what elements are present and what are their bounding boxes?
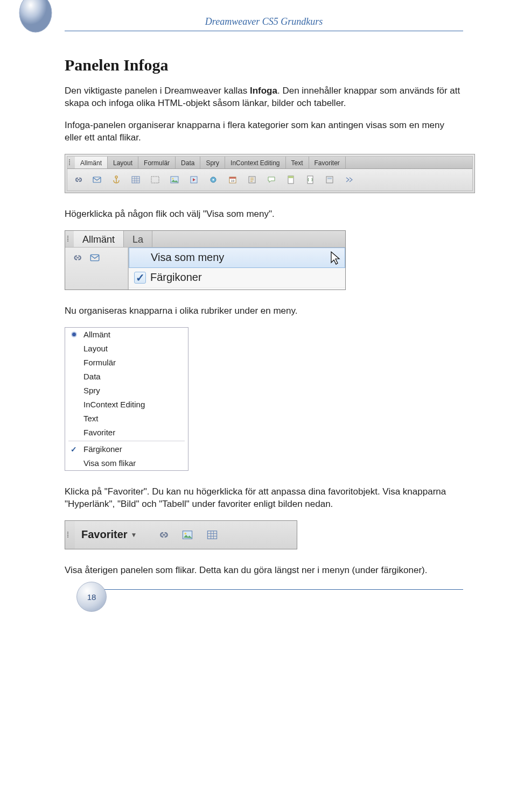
paragraph-2: Infoga-panelen organiserar knapparna i f…: [65, 119, 463, 144]
svg-rect-4: [151, 176, 159, 183]
menu-item-label: Spry: [83, 386, 100, 395]
svg-rect-1: [93, 177, 101, 182]
paragraph-1: Den viktigaste panelen i Dreamweaver kal…: [65, 85, 463, 110]
cursor-icon: [330, 251, 342, 266]
template-icon[interactable]: [325, 175, 334, 185]
tab-incontext[interactable]: InContext Editing: [225, 157, 285, 168]
table-icon[interactable]: [131, 175, 141, 185]
paragraph-6: Visa återigen panelen som flikar. Detta …: [65, 564, 463, 577]
tab-row: Allmänt Layout Formulär Data Spry InCont…: [67, 157, 472, 169]
tab-data[interactable]: Data: [176, 157, 200, 168]
grip-icon: [65, 521, 75, 549]
screenshot-favoriter-bar: Favoriter ▼: [65, 520, 297, 549]
svg-rect-17: [326, 176, 333, 183]
tab-layout[interactable]: Layout: [108, 157, 138, 168]
menu-item-label: Text: [83, 414, 99, 423]
menu-item-data[interactable]: Data: [65, 370, 188, 384]
tab-allmant[interactable]: Allmänt: [74, 231, 124, 247]
svg-point-9: [213, 179, 214, 180]
menu-item-label: Visa som meny: [151, 251, 224, 264]
menu-item-fargikoner[interactable]: ✓ Färgikoner: [129, 268, 345, 288]
svg-point-0: [19, 0, 52, 32]
toolbar-strip: [65, 248, 128, 290]
screenshot-context-menu: Allmänt La Visa som meny ✓ Färgikoner: [65, 230, 346, 290]
widget-icon[interactable]: [208, 175, 218, 185]
svg-rect-18: [327, 178, 332, 179]
svg-rect-11: [229, 177, 236, 179]
paragraph-1-bold: Infoga: [250, 86, 277, 96]
tab-text[interactable]: Text: [286, 157, 309, 168]
menu-item-label: Visa som flikar: [83, 458, 136, 468]
decorative-sphere-icon: [14, 0, 57, 36]
tab-layout-cut[interactable]: La: [124, 231, 152, 247]
menu-item-visa-som-meny[interactable]: Visa som meny: [129, 248, 345, 268]
menu-item-label: Allmänt: [83, 330, 110, 339]
email-link-icon[interactable]: [89, 252, 101, 264]
media-icon[interactable]: [189, 175, 199, 185]
menu-item-text[interactable]: Text: [65, 412, 188, 426]
header-rule: [65, 31, 463, 31]
anchor-icon[interactable]: [111, 175, 121, 185]
tag-chooser-icon[interactable]: [344, 175, 354, 185]
favoriter-icons: [145, 521, 219, 549]
comment-icon[interactable]: [267, 175, 276, 185]
svg-rect-22: [208, 531, 217, 539]
svg-point-2: [115, 176, 117, 178]
grip-icon: [67, 157, 75, 168]
menu-item-label: Layout: [83, 344, 108, 353]
menu-item-label: Formulär: [83, 358, 116, 367]
hyperlink-icon[interactable]: [73, 175, 82, 185]
menu-item-visa-som-flikar[interactable]: Visa som flikar: [65, 456, 188, 470]
script-icon[interactable]: [305, 175, 315, 185]
screenshot-infoga-panel-tabs: Allmänt Layout Formulär Data Spry InCont…: [65, 154, 475, 193]
date-icon[interactable]: 19: [228, 175, 237, 185]
radio-selected-icon: [69, 330, 78, 339]
check-icon: ✓: [134, 272, 146, 284]
menu-item-label: Färgikoner: [150, 271, 202, 284]
context-menu: Visa som meny ✓ Färgikoner: [128, 248, 345, 290]
svg-point-21: [185, 532, 187, 534]
menu-item-label: InContext Editing: [83, 400, 145, 409]
grip-icon: [65, 231, 74, 247]
tab-allmant[interactable]: Allmänt: [75, 157, 108, 168]
ssi-icon[interactable]: [247, 175, 257, 185]
page-number-badge: 18: [76, 582, 107, 612]
email-link-icon[interactable]: [92, 175, 102, 185]
hyperlink-icon[interactable]: [71, 252, 82, 264]
table-icon[interactable]: [206, 528, 219, 541]
tab-spry[interactable]: Spry: [200, 157, 225, 168]
menu-item-incontext[interactable]: InContext Editing: [65, 398, 188, 412]
image-icon[interactable]: [181, 528, 194, 541]
menu-item-label: Färgikoner: [83, 444, 122, 454]
menu-item-allmant[interactable]: Allmänt: [65, 328, 188, 342]
menu-item-layout[interactable]: Layout: [65, 342, 188, 356]
menu-item-spry[interactable]: Spry: [65, 384, 188, 398]
tab-formular[interactable]: Formulär: [138, 157, 176, 168]
menu-item-label: Favoriter: [83, 428, 115, 437]
paragraph-1a: Den viktigaste panelen i Dreamweaver kal…: [65, 86, 250, 96]
image-icon[interactable]: [170, 175, 179, 185]
menu-item-label: Data: [83, 372, 101, 381]
hyperlink-icon[interactable]: [156, 528, 169, 541]
toolbar-icon-row: 19: [67, 169, 472, 190]
dropdown-triangle-icon: ▼: [131, 531, 137, 539]
paragraph-4: Nu organiseras knapparna i olika rubrike…: [65, 305, 463, 317]
svg-rect-19: [90, 255, 99, 260]
div-icon[interactable]: [150, 175, 160, 185]
menu-item-fargikoner[interactable]: ✓ Färgikoner: [65, 442, 188, 456]
favoriter-dropdown[interactable]: Favoriter ▼: [75, 521, 145, 549]
paragraph-3: Högerklicka på någon flik och välj "Visa…: [65, 208, 463, 221]
check-icon: ✓: [69, 445, 78, 454]
heading-panelen-infoga: Panelen Infoga: [65, 56, 463, 74]
menu-item-favoriter[interactable]: Favoriter: [65, 426, 188, 440]
svg-text:19: 19: [231, 179, 235, 182]
tab-favoriter[interactable]: Favoriter: [309, 157, 346, 168]
head-icon[interactable]: [286, 175, 296, 185]
svg-rect-3: [132, 176, 139, 183]
svg-rect-15: [288, 176, 294, 178]
favoriter-label: Favoriter: [81, 528, 128, 541]
svg-point-6: [172, 178, 174, 179]
screenshot-vertical-menu: Allmänt Layout Formulär Data Spry InCont…: [65, 327, 188, 471]
page-footer: 18: [65, 589, 463, 622]
menu-item-formular[interactable]: Formulär: [65, 356, 188, 370]
